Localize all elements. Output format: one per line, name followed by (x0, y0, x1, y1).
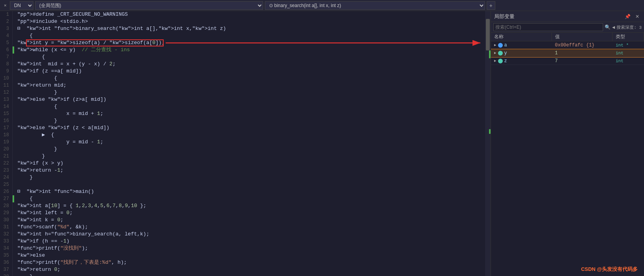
code-line[interactable]: } (17, 153, 485, 160)
code-line[interactable]: "func">printf("找到了，下表是:%d", h); (17, 259, 485, 266)
search-depth-label: 搜索深度: 3 (616, 24, 642, 30)
search-bar: 🔍 ◀ 搜索深度: 3 (491, 22, 644, 33)
code-line[interactable]: "kw">return -1; (17, 167, 485, 174)
expand-icon[interactable]: ▶ (494, 43, 496, 47)
code-line[interactable]: "func">printf("没找到"); (17, 245, 485, 252)
search-magnifier-icon[interactable]: 🔍 (605, 24, 611, 30)
var-type: int * (616, 43, 629, 48)
code-line[interactable]: "kw">int h="func">binary_search(a, left,… (17, 231, 485, 238)
search-input[interactable] (493, 23, 603, 31)
toolbar-left: ✕ DN (全局范围) ⊙ binary_search(int a[], int… (2, 1, 495, 10)
code-line[interactable]: "kw">if (z ==a[ mid]) (17, 68, 485, 75)
table-header: 名称 值 类型 (491, 33, 644, 41)
code-line[interactable]: y = mid - 1; (17, 139, 485, 146)
add-tab-button[interactable]: + (487, 1, 495, 10)
code-line[interactable]: ⊟ "kw">int "func">binary_search("kw">int… (17, 25, 485, 32)
code-container[interactable]: 1234567891011121314151617181920212223242… (0, 11, 491, 276)
namespace-dropdown[interactable]: (全局范围) (35, 1, 263, 10)
variables-rows: ▶ a 0x00effafc {1}int * ▶ y 1int ▶ z 7in… (491, 41, 644, 65)
close-icon[interactable]: ✕ (2, 2, 8, 8)
expand-icon[interactable]: ▶ (494, 51, 496, 55)
function-dropdown[interactable]: ⊙ binary_search(int a[], int x, int z) (265, 1, 485, 10)
code-line[interactable]: "kw">int y = "kw">sizeof(a) / "kw">sizeo… (17, 39, 485, 46)
code-line[interactable]: "kw">return 0; (17, 266, 485, 273)
line-numbers: 1234567891011121314151617181920212223242… (0, 11, 13, 276)
code-line[interactable]: "func">scanf("%d", &k); (17, 224, 485, 231)
variables-table: 名称 值 类型 ▶ a 0x00effafc {1}int * ▶ y 1int… (491, 33, 644, 276)
var-type-icon (498, 43, 503, 48)
var-value: 7 (555, 58, 558, 64)
var-type-cell: int (613, 59, 644, 63)
var-type-cell: int * (613, 43, 644, 48)
locals-title: 局部变量 (494, 13, 515, 20)
header-type: 类型 (613, 33, 644, 41)
locals-controls: 📌 ✕ (623, 13, 641, 20)
var-type: int (616, 51, 624, 56)
locals-pin-btn[interactable]: 📌 (623, 13, 632, 20)
code-line[interactable]: "kw">while (x <= y) // 二分查找 - ins (17, 46, 485, 54)
main-area: 1234567891011121314151617181920212223242… (0, 11, 644, 276)
code-line[interactable]: "kw">int left = 0; (17, 209, 485, 217)
code-line[interactable]: } (17, 146, 485, 153)
code-line[interactable]: { (17, 103, 485, 110)
var-value-cell: 7 (552, 58, 613, 64)
editor-scrollbar[interactable] (485, 11, 491, 276)
locals-header: 局部变量 📌 ✕ (491, 11, 644, 22)
code-content[interactable]: "pp">#define _CRT_SECURE_NO_WARNINGS "pp… (14, 11, 485, 276)
locals-panel: 局部变量 📌 ✕ 🔍 ◀ 搜索深度: 3 名称 值 类型 (491, 11, 644, 276)
var-type-cell: int (613, 51, 644, 56)
code-line[interactable]: { (17, 32, 485, 39)
var-type: int (616, 59, 624, 63)
expand-icon[interactable]: ▶ (494, 59, 496, 63)
scroll-marker (489, 50, 491, 58)
table-row[interactable]: ▶ a 0x00effafc {1}int * (491, 41, 644, 49)
var-value-cell: 1 (552, 50, 613, 56)
code-line[interactable]: } (17, 273, 485, 276)
var-name: y (504, 50, 507, 56)
code-line[interactable]: "kw">int mid = x + (y - x) / 2; (17, 61, 485, 68)
header-value: 值 (552, 33, 613, 41)
table-row[interactable]: ▶ z 7int (491, 57, 644, 65)
code-line[interactable] (17, 181, 485, 188)
scope-dropdown[interactable]: DN (10, 1, 33, 10)
code-line[interactable]: "kw">if (x > y) (17, 160, 485, 167)
code-line[interactable]: } (17, 117, 485, 124)
scrollbar-thumb[interactable] (486, 19, 490, 50)
code-line[interactable]: "kw">else (17, 252, 485, 259)
code-line[interactable]: ⊟ "kw">int "func">main() (17, 188, 485, 195)
var-type-icon (498, 59, 503, 63)
code-line[interactable]: "kw">if (h == -1) (17, 238, 485, 245)
code-line[interactable]: ▶ { (17, 132, 485, 139)
search-back-icon[interactable]: ◀ (612, 24, 615, 30)
code-line[interactable]: "pp">#include <stdio.h> (17, 18, 485, 25)
code-line[interactable]: "kw">return mid; (17, 82, 485, 89)
code-line[interactable]: "kw">else "kw">if (z>a[ mid]) (17, 96, 485, 103)
code-line[interactable]: } (17, 174, 485, 181)
table-row[interactable]: ▶ y 1int (491, 49, 644, 57)
header-name: 名称 (491, 33, 552, 41)
var-value: 0x00effafc {1} (555, 43, 595, 48)
code-line[interactable]: { (17, 54, 485, 61)
code-line[interactable]: x = mid + 1; (17, 110, 485, 117)
scroll-marker-2 (489, 129, 491, 134)
editor-area: 1234567891011121314151617181920212223242… (0, 11, 491, 276)
var-value: 1 (555, 50, 558, 56)
watermark: CSDN @头发没有代码多 (581, 266, 638, 273)
var-name: z (504, 58, 507, 64)
var-name: a (504, 43, 507, 48)
var-value-cell: 0x00effafc {1} (552, 43, 613, 48)
code-line[interactable]: "kw">int k = 0; (17, 217, 485, 224)
code-line[interactable]: { (17, 195, 485, 202)
code-line[interactable]: "kw">int a[10] = { 1,2,3,4,5,6,7,8,9,10 … (17, 202, 485, 209)
code-line[interactable]: "kw">else "kw">if (z < a[mid]) (17, 124, 485, 132)
toolbar: ✕ DN (全局范围) ⊙ binary_search(int a[], int… (0, 0, 644, 11)
code-line[interactable]: "pp">#define _CRT_SECURE_NO_WARNINGS (17, 11, 485, 18)
locals-close-btn[interactable]: ✕ (634, 13, 641, 20)
var-type-icon (498, 51, 503, 56)
code-line[interactable]: { (17, 75, 485, 82)
code-line[interactable]: } (17, 89, 485, 96)
